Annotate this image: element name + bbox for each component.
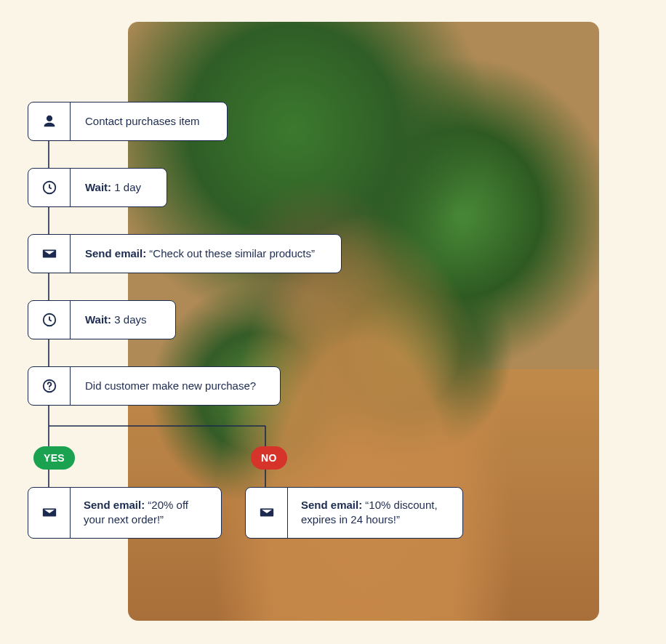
- yes-badge: YES: [33, 446, 75, 470]
- flow-node-label: Send email: “Check out these similar pro…: [71, 235, 329, 273]
- flow-node-condition[interactable]: Did customer make new purchase?: [28, 366, 281, 406]
- clock-icon: [28, 301, 71, 339]
- svg-point-11: [49, 388, 50, 390]
- flow-node-email-no[interactable]: Send email: “10% discount, expires in 24…: [245, 487, 463, 539]
- wait1-text: 1 day: [111, 181, 141, 193]
- flow-node-label: Did customer make new purchase?: [71, 367, 270, 405]
- clock-icon: [28, 169, 71, 206]
- trigger-text: Contact purchases item: [85, 114, 200, 129]
- condition-text: Did customer make new purchase?: [85, 379, 256, 393]
- automation-flow: Contact purchases item Wait: 1 day Send …: [0, 0, 666, 644]
- wait1-bold: Wait:: [85, 181, 111, 193]
- flow-node-email-1[interactable]: Send email: “Check out these similar pro…: [28, 234, 342, 273]
- email1-text: “Check out these similar products”: [146, 247, 315, 259]
- email1-bold: Send email:: [85, 247, 146, 259]
- question-icon: [28, 367, 71, 405]
- flow-node-label: Contact purchases item: [71, 102, 214, 140]
- wait2-bold: Wait:: [85, 313, 111, 326]
- person-icon: [28, 102, 71, 140]
- flow-node-trigger[interactable]: Contact purchases item: [28, 102, 228, 141]
- flow-node-label: Send email: “20% off your next order!”: [71, 488, 221, 538]
- flow-node-label: Send email: “10% discount, expires in 24…: [288, 488, 462, 538]
- envelope-icon: [246, 488, 288, 538]
- wait2-text: 3 days: [111, 313, 146, 326]
- flow-node-wait-2[interactable]: Wait: 3 days: [28, 300, 176, 339]
- envelope-icon: [28, 235, 71, 273]
- flow-node-email-yes[interactable]: Send email: “20% off your next order!”: [28, 487, 222, 539]
- no-badge: NO: [251, 446, 287, 470]
- no-bold: Send email:: [301, 499, 362, 511]
- flow-node-wait-1[interactable]: Wait: 1 day: [28, 168, 167, 207]
- flow-node-label: Wait: 3 days: [71, 301, 161, 339]
- yes-bold: Send email:: [84, 499, 145, 511]
- envelope-icon: [28, 488, 71, 538]
- flow-node-label: Wait: 1 day: [71, 169, 156, 206]
